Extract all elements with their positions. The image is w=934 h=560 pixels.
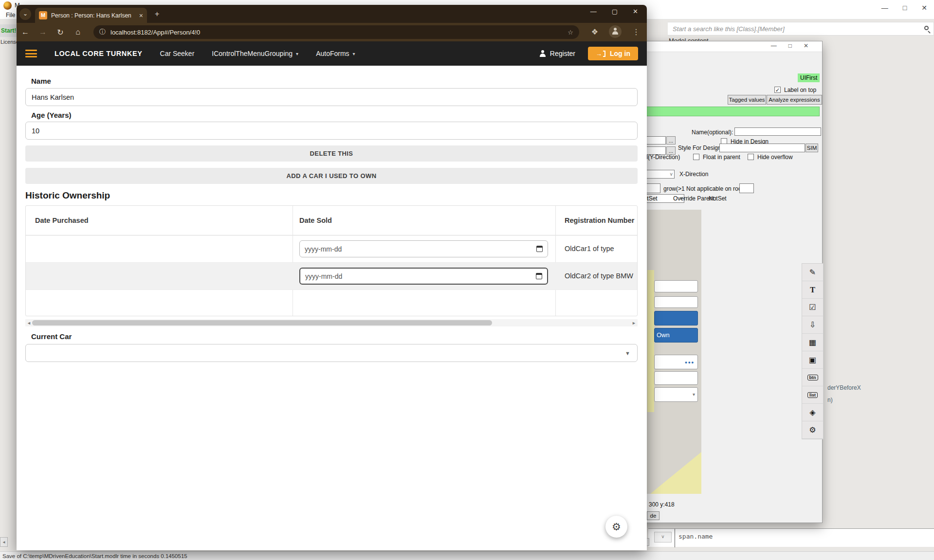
registration-cell: OldCar2 of type BMW (565, 272, 633, 280)
button-icon[interactable]: btn (802, 369, 823, 386)
style-for-design-label: Style For Design: (678, 145, 723, 151)
scrollbar-thumb[interactable] (32, 320, 492, 325)
dropdown-icon[interactable]: ⇩ (802, 316, 823, 334)
scroll-left-arrow[interactable]: ◄ (0, 537, 8, 547)
age-input[interactable] (25, 122, 638, 140)
model-search-input[interactable]: Start a search like this [Class].[Member… (668, 22, 934, 36)
label-on-top-checkbox[interactable]: ✓ (774, 87, 781, 93)
profile-avatar[interactable] (609, 25, 622, 38)
mock-button-own[interactable]: Own (654, 328, 698, 343)
login-icon: → (596, 50, 605, 57)
close-icon[interactable]: ✕ (633, 8, 638, 15)
login-button[interactable]: → Log in (588, 47, 638, 60)
analyze-expressions-button[interactable]: Analyze expressions (767, 95, 822, 105)
new-tab-button[interactable]: + (155, 10, 159, 18)
chevron-down-icon: ▼ (625, 350, 630, 356)
ellipsis-button-1[interactable]: ... (666, 136, 676, 145)
reload-icon[interactable]: ↻ (52, 28, 69, 37)
register-button[interactable]: Register (539, 50, 575, 57)
nav-item-car-seeker[interactable]: Car Seeker (160, 50, 195, 57)
start-link[interactable]: Start! (1, 27, 16, 34)
scroll-left-icon[interactable]: ◄ (27, 321, 31, 325)
maximize-icon[interactable]: □ (903, 4, 907, 12)
url-field[interactable]: ⓘ localhost:8182/App#/Person/4!0 ☆ (93, 25, 579, 39)
hamburger-menu-icon[interactable] (25, 50, 37, 57)
nav-item-icontrolthemenugrouping[interactable]: IControlTheMenuGrouping ▾ (212, 50, 298, 57)
hide-overflow-checkbox[interactable] (748, 154, 754, 160)
dropdown-glyph: ⇩ (809, 320, 816, 329)
mock-input-1[interactable] (654, 280, 698, 292)
current-car-select[interactable]: ▼ (25, 344, 638, 362)
extensions-icon[interactable]: ❖ (591, 27, 598, 36)
expression-dropdown[interactable]: ˅ (654, 532, 672, 542)
login-label: Log in (610, 50, 630, 57)
grow-label: grow(>1 Not applicable on root): (663, 185, 747, 192)
checkbox-icon[interactable]: ☑ (802, 299, 823, 316)
name-label: Name (31, 77, 51, 85)
style-for-design-input[interactable] (719, 144, 805, 152)
float-in-parent-checkbox[interactable] (693, 154, 699, 160)
tab-strip: ⌄ M Person : Person: Hans Karlsen × + — … (17, 5, 647, 23)
forward-icon[interactable]: → (34, 28, 52, 36)
settings-fab[interactable]: ⚙ (605, 516, 627, 538)
hide-overflow-label: Hide overflow (757, 154, 793, 161)
date-sold-input[interactable]: yyyy-mm-dd (299, 268, 548, 285)
edit-icon[interactable]: ✎ (802, 264, 823, 281)
list-icon[interactable]: list (802, 386, 823, 404)
name-optional-input[interactable] (734, 127, 821, 136)
home-icon[interactable]: ⌂ (69, 28, 87, 36)
mock-input-3[interactable] (654, 371, 698, 385)
minimize-icon[interactable]: — (771, 42, 777, 49)
mock-input-2[interactable] (654, 296, 698, 308)
maximize-icon[interactable]: □ (788, 42, 792, 49)
text-glyph: T (810, 286, 815, 294)
cursor-coords-text: 300 y:418 (649, 501, 675, 508)
image-icon[interactable]: ▣ (802, 351, 823, 369)
calendar-icon[interactable]: ▦ (802, 334, 823, 351)
browser-tab[interactable]: M Person : Person: Hans Karlsen × (35, 8, 147, 23)
minimize-icon[interactable]: — (881, 4, 888, 12)
sim-button[interactable]: SIM (806, 144, 818, 152)
nav-item-label: Car Seeker (160, 50, 195, 57)
kebab-menu-icon[interactable]: ⋮ (632, 27, 640, 36)
button-glyph: btn (807, 375, 818, 380)
cube-icon[interactable]: ◈ (802, 404, 823, 421)
search-icon (924, 26, 929, 30)
menu-file[interactable]: File (6, 12, 15, 18)
mock-grid-box[interactable]: ••• (654, 355, 698, 369)
address-bar: ← → ↻ ⌂ ⓘ localhost:8182/App#/Person/4!0… (17, 23, 647, 41)
back-icon[interactable]: ← (17, 28, 34, 36)
widget-palette: ✎ T ☑ ⇩ ▦ ▣ btn list ◈ ⚙ (802, 263, 824, 439)
maximize-icon[interactable]: ▢ (612, 8, 618, 15)
tagged-values-button[interactable]: Tagged values (728, 95, 766, 105)
close-icon[interactable]: ✕ (921, 4, 927, 12)
code-button[interactable]: de (647, 511, 659, 520)
horizontal-scrollbar[interactable]: ◄ ► (25, 319, 638, 326)
grow-input-right[interactable] (739, 183, 754, 193)
mock-button-own-label: Own (655, 328, 697, 339)
scroll-right-icon[interactable]: ► (632, 321, 636, 325)
add-car-button[interactable]: ADD A CAR I USED TO OWN (25, 168, 638, 184)
date-sold-input[interactable]: yyyy-mm-dd (299, 240, 548, 257)
list-glyph: list (807, 392, 818, 398)
override-parent-value: NotSet (709, 195, 727, 202)
chevron-down-icon: ▾ (353, 51, 355, 56)
brand-title[interactable]: LOCAL CORE TURNKEY (55, 50, 143, 57)
info-icon[interactable]: ⓘ (99, 28, 106, 36)
url-text: localhost:8182/App#/Person/4!0 (110, 29, 200, 36)
calendar-icon[interactable] (536, 273, 542, 279)
table-row: yyyy-mm-dd OldCar1 of type (26, 235, 637, 263)
window-gear-icon[interactable]: ⚙ (802, 421, 823, 439)
minimize-icon[interactable]: — (590, 8, 597, 15)
calendar-icon[interactable] (536, 246, 543, 252)
delete-this-button[interactable]: DELETE THIS (25, 145, 638, 162)
close-icon[interactable]: ✕ (804, 42, 808, 49)
mock-button-delete[interactable] (654, 311, 698, 325)
mock-dropdown[interactable]: ▾ (654, 387, 698, 402)
text-icon[interactable]: T (802, 281, 823, 299)
bookmark-star-icon[interactable]: ☆ (568, 29, 573, 36)
nav-item-autoforms[interactable]: AutoForms ▾ (316, 50, 355, 57)
tab-close-icon[interactable]: × (139, 12, 143, 19)
tab-search-button[interactable]: ⌄ (19, 8, 31, 20)
name-input[interactable] (25, 88, 638, 106)
